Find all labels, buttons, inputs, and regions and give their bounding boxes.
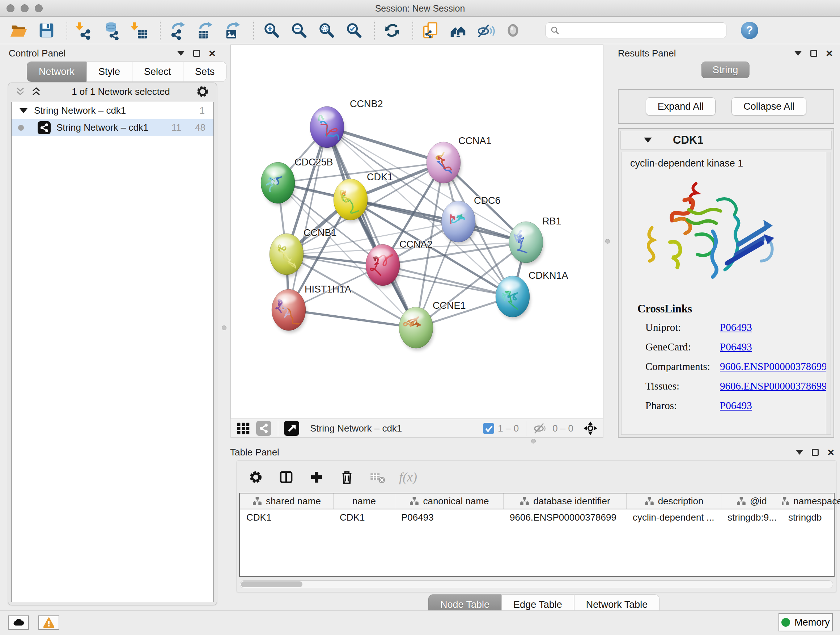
share-view-icon[interactable] — [256, 421, 271, 436]
close-panel-icon[interactable]: × — [826, 48, 833, 59]
show-hidden-button[interactable] — [503, 20, 523, 41]
tab-string[interactable]: String — [701, 62, 750, 78]
close-window-button[interactable] — [6, 4, 14, 12]
network-edge[interactable] — [289, 127, 327, 310]
import-network-file-button[interactable] — [74, 20, 95, 41]
add-column-icon[interactable] — [308, 469, 325, 486]
tab-sets[interactable]: Sets — [183, 62, 226, 82]
network-node-ccna2[interactable] — [366, 244, 401, 288]
network-node-cdkn1a[interactable] — [496, 276, 531, 319]
network-canvas[interactable]: CCNB2CCNA1CDC25BCDK1CDC6RB1CCNB1CCNA2CDK… — [231, 44, 603, 419]
birdseye-crosshair-icon[interactable] — [583, 421, 598, 436]
open-in-window-icon[interactable] — [284, 421, 299, 436]
vertical-scrollbar[interactable] — [826, 152, 831, 434]
crosslink-uniprot-link[interactable]: P06493 — [720, 321, 752, 333]
save-session-button[interactable] — [36, 20, 57, 41]
column-header-database-identifier[interactable]: database identifier — [503, 494, 626, 509]
network-node-ccna1[interactable] — [426, 142, 461, 185]
zoom-in-button[interactable] — [261, 20, 281, 41]
network-node-cdc6[interactable] — [441, 201, 476, 244]
import-table-button[interactable] — [129, 20, 150, 41]
collapse-row-icon[interactable] — [19, 108, 27, 113]
database-icon — [103, 21, 122, 40]
crosslink-pharos-link[interactable]: P06493 — [720, 400, 752, 412]
import-network-database-button[interactable] — [102, 20, 122, 41]
minimize-window-button[interactable] — [21, 4, 28, 12]
crosslink-tissues-link[interactable]: 9606.ENSP00000378699 — [720, 380, 827, 392]
expand-all-button[interactable]: Expand All — [646, 97, 716, 116]
maximize-window-button[interactable] — [35, 4, 43, 12]
network-node-ccne1[interactable] — [399, 307, 434, 350]
close-panel-icon[interactable]: × — [209, 48, 216, 59]
network-edge[interactable] — [289, 310, 416, 328]
table-cell[interactable]: cyclin-dependent ... — [626, 509, 721, 525]
refresh-button[interactable] — [382, 20, 402, 41]
scrollbar-thumb[interactable] — [241, 581, 302, 587]
selected-checkbox-icon[interactable] — [483, 423, 494, 434]
network-node-hist1h1a[interactable] — [272, 289, 306, 333]
network-node-cdc25b[interactable] — [261, 162, 295, 206]
zoom-fit-button[interactable] — [316, 20, 336, 41]
gear-icon[interactable] — [195, 84, 210, 99]
network-node-cdk1[interactable] — [333, 179, 368, 222]
export-network-button[interactable] — [168, 20, 188, 41]
collapse-all-button[interactable]: Collapse All — [731, 97, 806, 116]
tab-select[interactable]: Select — [132, 62, 183, 82]
splitter-handle[interactable] — [531, 439, 536, 443]
hide-selected-button[interactable] — [475, 20, 496, 41]
column-header-description[interactable]: description — [626, 494, 721, 509]
table-cell[interactable]: P06493 — [395, 509, 503, 525]
float-panel-icon[interactable] — [810, 50, 817, 57]
close-panel-icon[interactable]: × — [827, 447, 834, 458]
column-header--id[interactable]: @id — [721, 494, 782, 509]
network-collection-row[interactable]: String Network – cdk1 1 — [11, 102, 213, 119]
expand-all-icon[interactable] — [31, 86, 42, 97]
table-cell[interactable]: stringdb — [782, 509, 840, 525]
gene-section-header[interactable]: CDK1 — [621, 131, 832, 149]
table-cell[interactable]: 9606.ENSP00000378699 — [503, 509, 626, 525]
delete-column-icon[interactable] — [338, 469, 355, 486]
table-cell[interactable]: stringdb:9... — [721, 509, 782, 525]
search-input[interactable] — [562, 25, 722, 35]
grid-view-icon[interactable] — [236, 421, 251, 436]
network-node-rb1[interactable] — [509, 222, 544, 265]
float-panel-icon[interactable] — [193, 50, 200, 57]
memory-button[interactable]: Memory — [778, 613, 833, 631]
collapse-all-icon[interactable] — [15, 86, 26, 97]
table-cell[interactable]: CDK1 — [240, 509, 333, 525]
panel-menu-icon[interactable] — [177, 51, 185, 56]
tab-style[interactable]: Style — [87, 62, 132, 82]
float-panel-icon[interactable] — [812, 449, 819, 456]
crosslink-compartments-link[interactable]: 9606.ENSP00000378699 — [720, 361, 827, 372]
panel-menu-icon[interactable] — [794, 51, 802, 56]
network-row-selected[interactable]: String Network – cdk1 11 48 — [11, 119, 213, 136]
splitter-handle[interactable] — [605, 239, 610, 244]
network-node-ccnb1[interactable] — [270, 233, 304, 277]
splitter-handle[interactable] — [222, 325, 226, 330]
export-image-button[interactable] — [223, 20, 243, 41]
table-settings-gear-icon[interactable] — [247, 469, 264, 486]
neighbors-button[interactable] — [448, 20, 468, 41]
open-session-button[interactable] — [9, 20, 29, 41]
table-row[interactable]: CDK1CDK1P064939606.ENSP00000378699cyclin… — [240, 509, 834, 525]
collapse-section-icon[interactable] — [644, 138, 652, 143]
zoom-selected-button[interactable] — [344, 20, 364, 41]
column-header-shared-name[interactable]: shared name — [240, 494, 333, 509]
cloud-status-button[interactable] — [8, 616, 29, 630]
tab-network[interactable]: Network — [27, 62, 87, 82]
warning-status-button[interactable] — [38, 616, 59, 630]
network-edge[interactable] — [327, 127, 416, 328]
panel-menu-icon[interactable] — [796, 450, 803, 455]
help-button[interactable]: ? — [741, 22, 758, 39]
horizontal-scrollbar[interactable] — [240, 580, 833, 588]
show-columns-icon[interactable] — [278, 469, 295, 486]
clone-network-button[interactable] — [420, 20, 441, 41]
network-node-ccnb2[interactable] — [310, 106, 345, 150]
export-table-button[interactable] — [195, 20, 216, 41]
table-cell[interactable]: CDK1 — [333, 509, 395, 525]
zoom-out-button[interactable] — [289, 20, 309, 41]
column-header-namespace[interactable]: namespace — [782, 494, 840, 509]
crosslink-genecard-link[interactable]: P06493 — [720, 341, 752, 353]
column-header-canonical-name[interactable]: canonical name — [395, 494, 503, 509]
column-header-name[interactable]: name — [333, 494, 395, 509]
